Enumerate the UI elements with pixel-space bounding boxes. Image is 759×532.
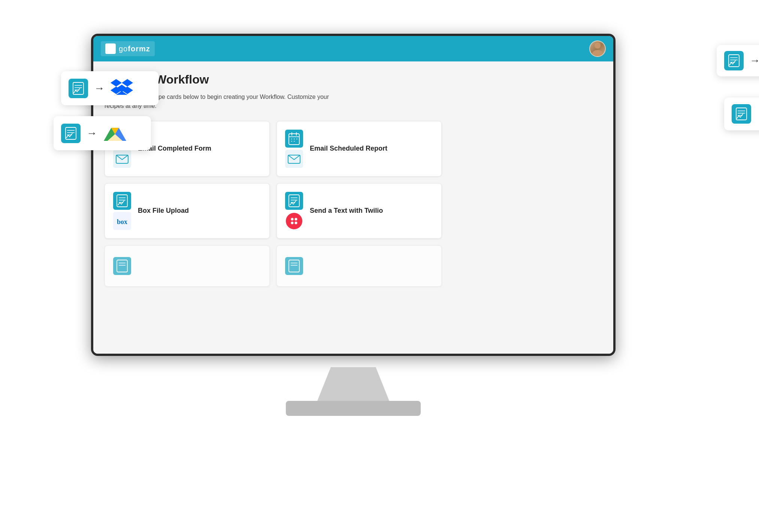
card-icons-twilio [285, 192, 303, 230]
recipe-card-box-upload[interactable]: box Box File Upload [105, 183, 270, 239]
twilio-icon [285, 212, 303, 230]
goformz-calendar-icon [285, 130, 303, 148]
svg-rect-44 [73, 82, 84, 94]
recipe-card-5[interactable] [105, 245, 270, 287]
svg-rect-62 [729, 55, 739, 67]
twilio-circle [286, 213, 302, 229]
svg-point-36 [291, 222, 294, 224]
float-gf-icon-conductor [732, 104, 751, 124]
avatar-image [590, 41, 605, 56]
goformz-form-icon-6 [285, 257, 303, 275]
svg-point-5 [592, 50, 603, 56]
recipe-card-email-scheduled-report[interactable]: Email Scheduled Report [276, 121, 442, 176]
recipe-card-twilio[interactable]: Send a Text with Twilio [276, 183, 442, 239]
svg-rect-0 [107, 45, 114, 52]
svg-marker-49 [122, 79, 133, 87]
svg-rect-54 [66, 127, 76, 139]
svg-text:box: box [117, 218, 127, 226]
card-icons-5 [113, 257, 131, 275]
logo-text: goformz [119, 45, 150, 53]
floating-card-conductor: → [724, 97, 759, 130]
logo-icon [105, 43, 116, 54]
svg-point-37 [295, 222, 297, 224]
app-content: Create a Workflow Select from the Recipe… [93, 61, 613, 354]
svg-rect-66 [736, 108, 747, 120]
arrow-icon-dropbox: → [94, 82, 105, 94]
goformz-form-icon-3 [113, 192, 131, 210]
card-label-box: Box File Upload [138, 206, 189, 215]
app-header: goformz [93, 36, 613, 61]
email-icon-1 [113, 150, 131, 168]
arrow-icon-gdrive: → [87, 127, 97, 139]
svg-point-35 [295, 218, 297, 221]
logo-area: goformz [101, 41, 155, 56]
monitor-screen: goformz Create a Workflow Select [93, 36, 613, 354]
page-title: Create a Workflow [105, 73, 602, 87]
avatar[interactable] [589, 40, 606, 57]
svg-marker-48 [111, 79, 122, 87]
goformz-form-icon-5 [113, 257, 131, 275]
svg-rect-38 [117, 260, 127, 272]
gdrive-logo [103, 122, 127, 144]
box-icon: box [113, 212, 131, 230]
floating-card-salesforce: → salesforce [717, 45, 759, 76]
float-gf-icon-salesforce [724, 51, 744, 70]
arrow-icon-salesforce: → [750, 55, 759, 67]
dropbox-logo [111, 77, 133, 99]
floating-card-dropbox: → [61, 71, 158, 105]
svg-point-4 [595, 42, 601, 48]
card-icons-box: box [113, 192, 131, 230]
card-label-twilio: Send a Text with Twilio [310, 206, 383, 215]
goformz-form-icon-4 [285, 192, 303, 210]
card-icons-email-scheduled [285, 130, 303, 168]
float-gf-icon-gdrive [61, 124, 81, 143]
svg-rect-23 [117, 195, 127, 207]
svg-rect-29 [289, 195, 299, 207]
svg-point-33 [288, 215, 300, 227]
floating-card-gdrive: → [54, 116, 151, 150]
monitor-stand [316, 367, 391, 405]
scene: goformz Create a Workflow Select [42, 22, 717, 510]
logo-go: go [119, 45, 128, 53]
float-gf-icon-dropbox [69, 79, 88, 98]
recipe-cards-grid: Email Completed Form [105, 121, 442, 287]
svg-point-34 [291, 218, 294, 221]
email-icon-2 [285, 150, 303, 168]
card-label-email-scheduled: Email Scheduled Report [310, 144, 387, 153]
monitor-base [286, 401, 421, 416]
arrow-icon-conductor: → [757, 108, 759, 120]
monitor: goformz Create a Workflow Select [91, 34, 616, 356]
svg-rect-41 [289, 260, 299, 272]
recipe-card-6[interactable] [276, 245, 442, 287]
card-icons-6 [285, 257, 303, 275]
